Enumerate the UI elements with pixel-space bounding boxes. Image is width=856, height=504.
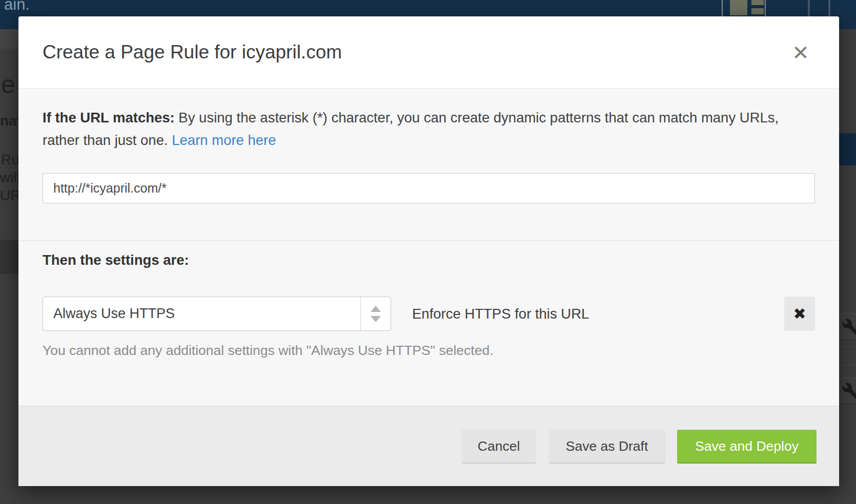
background-edit-rule-button bbox=[839, 313, 856, 340]
setting-description: Enforce HTTPS for this URL bbox=[412, 306, 589, 322]
select-spinner[interactable] bbox=[360, 297, 391, 330]
setting-select[interactable]: Always Use HTTPS bbox=[43, 297, 391, 331]
remove-setting-icon[interactable]: ✖ bbox=[784, 297, 815, 331]
background-text-fragment: e bbox=[1, 70, 15, 99]
url-match-description: If the URL matches: By using the asteris… bbox=[18, 89, 839, 152]
setting-row: Always Use HTTPS Enforce HTTPS for this … bbox=[43, 297, 815, 331]
settings-heading: Then the settings are: bbox=[18, 241, 839, 268]
setting-select-value: Always Use HTTPS bbox=[43, 297, 360, 330]
background-band bbox=[0, 29, 18, 49]
background-divider bbox=[839, 346, 856, 347]
background-text-fragment: Ru bbox=[1, 152, 19, 168]
background-table-header-fragment bbox=[0, 240, 18, 274]
background-domain-text-fragment: ain. bbox=[4, 0, 30, 14]
chevron-down-icon bbox=[371, 316, 381, 322]
modal-footer: Cancel Save as Draft Save and Deploy bbox=[18, 406, 839, 486]
wrench-icon bbox=[842, 382, 856, 400]
modal-title: Create a Page Rule for icyapril.com bbox=[43, 16, 342, 88]
learn-more-link[interactable]: Learn more here bbox=[172, 132, 276, 148]
background-text-fragment: UR bbox=[0, 187, 21, 204]
screen: ain. e nav Ru will UR Create a Page Rule… bbox=[0, 0, 856, 504]
save-as-draft-button[interactable]: Save as Draft bbox=[549, 430, 665, 463]
background-divider bbox=[839, 365, 856, 365]
background-button-fragment bbox=[839, 133, 856, 165]
background-edit-rule-button bbox=[839, 377, 856, 404]
cancel-button[interactable]: Cancel bbox=[462, 430, 536, 463]
save-and-deploy-button[interactable]: Save and Deploy bbox=[677, 430, 817, 463]
close-icon[interactable]: ✕ bbox=[789, 41, 812, 65]
modal-body: If the URL matches: By using the asteris… bbox=[18, 89, 839, 406]
create-page-rule-modal: Create a Page Rule for icyapril.com ✕ If… bbox=[18, 16, 839, 486]
background-text-fragment: will bbox=[0, 170, 20, 186]
url-pattern-input[interactable] bbox=[43, 173, 815, 203]
settings-note: You cannot add any additional settings w… bbox=[43, 343, 815, 359]
layout-list-icon bbox=[722, 0, 766, 16]
modal-header: Create a Page Rule for icyapril.com ✕ bbox=[18, 16, 839, 88]
url-match-label: If the URL matches: bbox=[43, 110, 175, 125]
chevron-up-icon bbox=[371, 306, 381, 312]
wrench-icon bbox=[842, 318, 856, 335]
